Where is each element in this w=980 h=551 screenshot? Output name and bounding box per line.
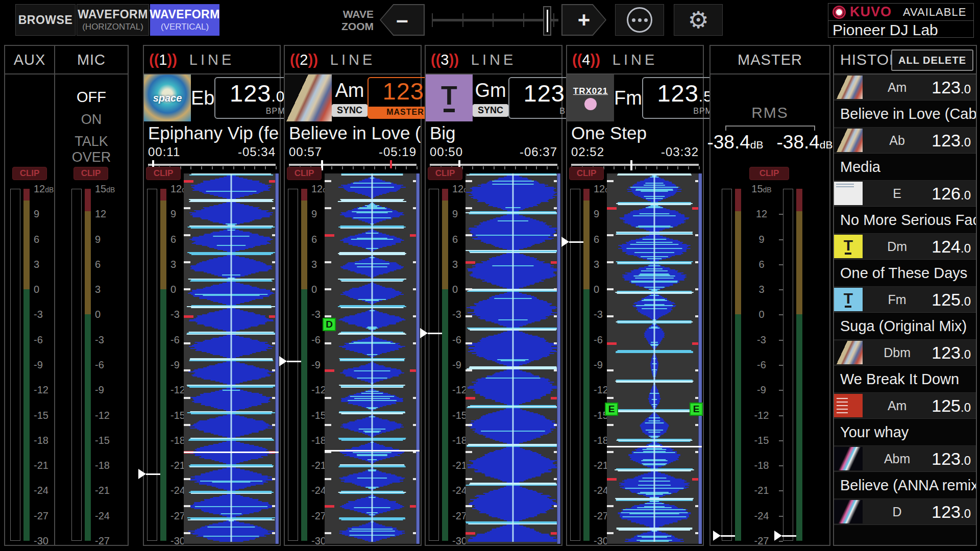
remaining-time: -05:19: [379, 145, 416, 159]
mic-meter: 15dB129630-3-6-9-12-15-18-21-24-27: [71, 189, 128, 541]
meter-scale-label: 3: [594, 259, 599, 270]
history-entry-info[interactable]: TFm125.0: [834, 287, 976, 313]
tab-browse[interactable]: BROWSE: [15, 4, 76, 36]
meter-scale-label: -27: [747, 535, 776, 546]
progress-tick: [244, 166, 245, 169]
deck-clip-indicator: CLIP: [287, 167, 322, 180]
history-track-title: One of These Days: [834, 260, 976, 287]
meter-seg-olive: [735, 211, 741, 314]
mic-off-button[interactable]: OFF: [55, 89, 128, 106]
cue-point-badge: E: [690, 403, 703, 416]
history-entry-info[interactable]: TDm124.0: [834, 234, 976, 260]
meter-scale-label: -6: [452, 334, 461, 345]
history-track-title: Your whay: [834, 419, 976, 446]
meter-scale-label: -21: [747, 485, 776, 496]
history-entry-info[interactable]: Am125.0: [834, 393, 976, 419]
meter-scale-label: -27: [452, 510, 467, 521]
progress-tick: [646, 166, 647, 169]
meter-seg-red: [583, 189, 590, 201]
wave-zoom-slider[interactable]: [432, 4, 558, 36]
channel-fader-indicator-line: [782, 535, 796, 537]
master-meter-right: [783, 189, 803, 541]
meter-seg-green: [796, 314, 802, 541]
history-entry-info[interactable]: D123.0: [834, 499, 976, 525]
kuvo-panel: KUVO AVAILABLE Pioneer DJ Lab: [828, 3, 974, 38]
album-art: space: [144, 74, 191, 121]
history-entry-info[interactable]: Ab123.0: [834, 128, 976, 154]
deck-input-source: LINE: [426, 52, 561, 68]
master-meter-left: [722, 189, 742, 541]
history-entry-info[interactable]: Abm123.0: [834, 446, 976, 472]
meter-seg-olive: [796, 211, 802, 314]
progress-tick: [472, 166, 473, 169]
tab-sublabel: (VERTICAL): [161, 22, 209, 32]
history-entry-info[interactable]: E126.0: [834, 181, 976, 207]
meter-scale-label: -6: [747, 359, 776, 370]
progress-track: [148, 164, 276, 166]
settings-button[interactable]: ⚙: [674, 4, 723, 36]
all-delete-button[interactable]: ALL DELETE: [891, 49, 973, 71]
progress-tick: [614, 166, 615, 169]
progress-tick: [515, 166, 516, 169]
tab-waveform-vertical[interactable]: WAVEFORM (VERTICAL): [150, 4, 219, 36]
meter-scale-label: -27: [34, 510, 48, 521]
meter-scale-label: 0: [95, 309, 101, 320]
meter-scale-label: -6: [95, 359, 104, 370]
history-entry-info[interactable]: Dbm123.0: [834, 340, 976, 366]
deck-meter-column: CLIP12dB9630-3-6-9-12-15-18-21-24-27-30: [144, 173, 184, 544]
history-entry[interactable]: Abm123.0Believe (ANNA remix): [834, 446, 976, 499]
album-art: T: [834, 235, 863, 258]
history-entry[interactable]: Ab123.0Media: [834, 128, 976, 181]
meter-scale-label: 9: [594, 208, 599, 219]
deck-panel-4: ((4))LINETRX021Fm123.5BPMOne Step02:52-0…: [566, 45, 704, 546]
more-options-button[interactable]: [615, 4, 664, 36]
wave-zoom-slider-handle[interactable]: [543, 6, 551, 36]
history-entry[interactable]: Dbm123.0We Break It Down: [834, 340, 976, 393]
bpm-display: 123.5BPM: [642, 77, 718, 119]
progress-tick: [331, 166, 332, 169]
meter-scale-label: 12dB: [34, 183, 54, 194]
wave-zoom-plus-button[interactable]: +: [561, 4, 606, 36]
meter-scale-label: -12: [170, 384, 185, 395]
deck-track-info: TRX021Fm123.5BPM: [567, 74, 703, 121]
history-entry[interactable]: D123.0: [834, 499, 976, 545]
meter-scale-label: -3: [452, 309, 461, 320]
history-entry[interactable]: TFm125.0Suga (Original Mix): [834, 287, 976, 340]
progress-tick: [557, 166, 558, 169]
album-art: T: [834, 288, 863, 311]
progress-tick: [677, 166, 678, 169]
history-entry-info[interactable]: Am123.0: [834, 74, 976, 101]
progress-tick: [688, 166, 689, 169]
label-t-icon: T: [844, 238, 853, 255]
gear-icon: ⚙: [688, 6, 708, 34]
track-time: 00:57-05:19: [285, 145, 421, 159]
meter-scale-label: -30: [594, 535, 608, 546]
meter-scale-label: -15: [170, 410, 185, 421]
history-entry[interactable]: TDm124.0One of These Days: [834, 234, 976, 287]
meter-seg-olive: [160, 201, 166, 289]
waveform-playhead-line: [184, 452, 279, 453]
meter-scale-label: -30: [311, 535, 326, 546]
mic-talkover-button[interactable]: TALK OVER: [55, 134, 128, 165]
tab-waveform-horizontal[interactable]: WAVEFORM (HORIZONTAL): [77, 4, 149, 36]
meter-scale-label: 6: [34, 234, 39, 245]
meter-scale-label: -21: [170, 460, 185, 471]
meter-scale-label: -15: [452, 410, 467, 421]
meter-scale-label: -30: [452, 535, 467, 546]
history-track-bpm: 124.0: [932, 237, 976, 257]
deck-waveform-area: D: [325, 173, 420, 544]
meter-scale-label: -27: [311, 510, 326, 521]
progress-tick: [395, 166, 396, 169]
history-entry[interactable]: Am123.0Believe in Love (Cabarza…: [834, 74, 976, 128]
history-entry[interactable]: Am125.0Your whay: [834, 393, 976, 446]
waveform-display: [607, 173, 702, 542]
kuvo-brand: KUVO: [850, 4, 892, 20]
wave-zoom-minus-button[interactable]: –: [380, 4, 425, 36]
kuvo-status: AVAILABLE: [903, 6, 966, 19]
progress-track: [289, 164, 416, 166]
track-key: Fm: [614, 87, 642, 109]
history-entry[interactable]: E126.0No More Serious Faces (…: [834, 181, 976, 234]
progress-tick: [656, 166, 657, 169]
mic-on-button[interactable]: ON: [55, 112, 128, 128]
history-track-key: Am: [863, 398, 932, 413]
